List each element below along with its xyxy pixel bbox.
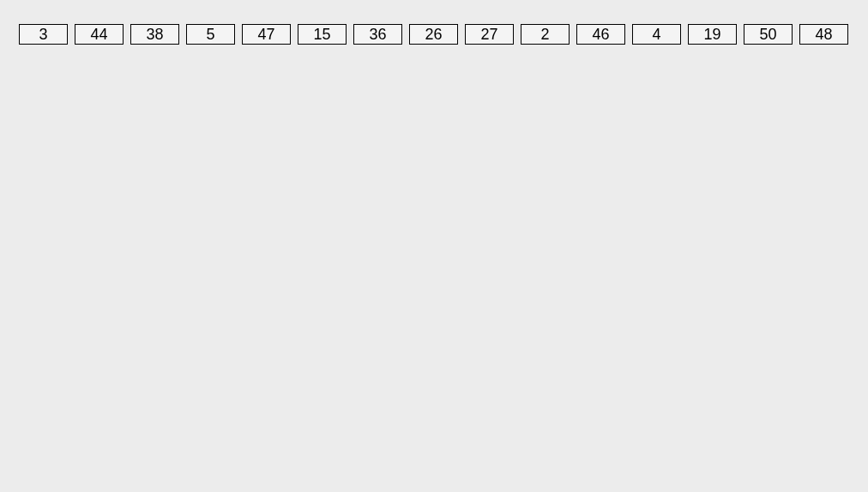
number-cell[interactable]: 44 [75,24,124,45]
number-value: 27 [480,26,497,44]
number-cell[interactable]: 48 [799,24,848,45]
number-value: 5 [206,26,214,44]
number-row: 3 44 38 5 47 15 36 26 27 2 46 4 19 50 48 [0,0,868,45]
number-cell[interactable]: 36 [353,24,402,45]
number-cell[interactable]: 46 [576,24,625,45]
number-cell[interactable]: 15 [298,24,347,45]
number-cell[interactable]: 27 [465,24,514,45]
number-value: 47 [257,26,274,44]
number-cell[interactable]: 26 [409,24,458,45]
number-value: 50 [759,26,776,44]
number-value: 46 [592,26,609,44]
number-cell[interactable]: 50 [744,24,793,45]
number-value: 38 [146,26,163,44]
number-cell[interactable]: 47 [242,24,291,45]
number-cell[interactable]: 19 [688,24,737,45]
number-value: 3 [39,26,47,44]
number-value: 44 [90,26,107,44]
number-value: 26 [425,26,442,44]
number-value: 15 [313,26,330,44]
number-cell[interactable]: 2 [521,24,570,45]
number-cell[interactable]: 5 [186,24,235,45]
number-cell[interactable]: 3 [19,24,68,45]
number-cell[interactable]: 38 [130,24,179,45]
number-value: 36 [369,26,386,44]
number-cell[interactable]: 4 [632,24,681,45]
number-value: 4 [652,26,660,44]
number-value: 2 [540,26,549,44]
number-value: 19 [703,26,720,44]
number-value: 48 [815,26,832,44]
